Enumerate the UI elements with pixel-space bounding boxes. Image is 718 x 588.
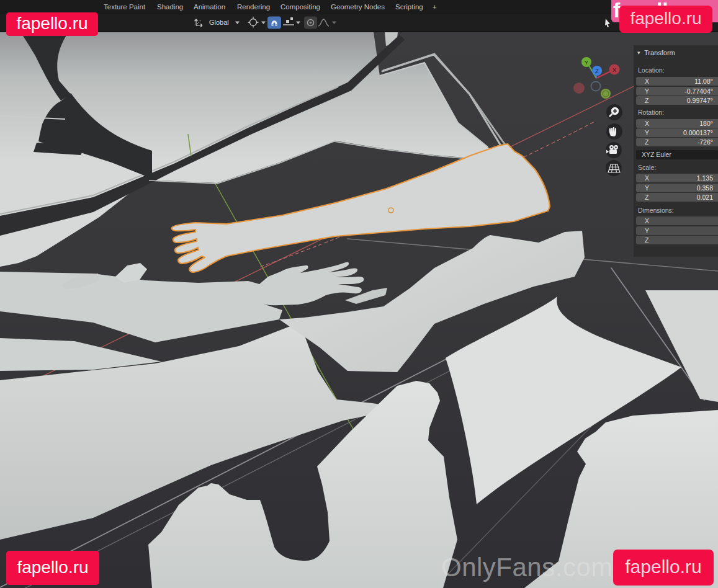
svg-text:Y: Y bbox=[585, 59, 589, 66]
svg-text:Global: Global bbox=[209, 19, 229, 26]
svg-text:Z: Z bbox=[595, 68, 599, 74]
svg-text:X: X bbox=[613, 66, 617, 73]
